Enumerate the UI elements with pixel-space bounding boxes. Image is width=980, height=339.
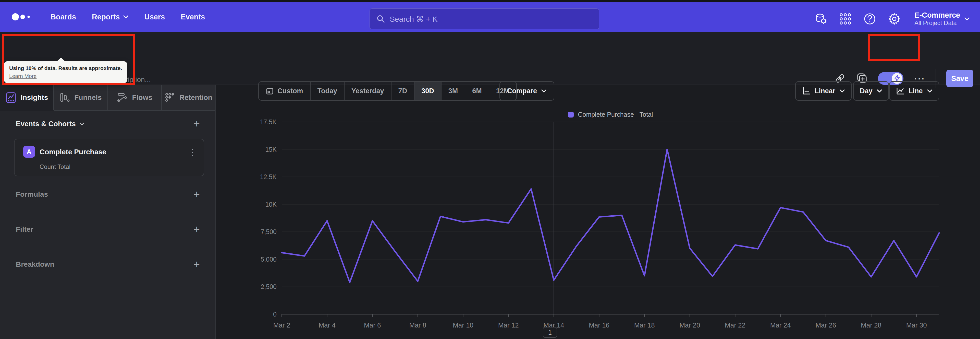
svg-text:Mar 24: Mar 24: [770, 321, 791, 329]
apps-grid-icon[interactable]: [839, 13, 852, 25]
formulas-header: Formulas: [16, 190, 48, 198]
search-input[interactable]: Search ⌘ + K: [369, 8, 599, 29]
breakdown-header: Breakdown: [16, 260, 54, 269]
svg-text:Mar 18: Mar 18: [634, 321, 655, 329]
kebab-menu-icon[interactable]: ⋮: [188, 147, 197, 157]
search-placeholder: Search ⌘ + K: [390, 14, 438, 24]
search-icon: [376, 14, 385, 23]
range-custom[interactable]: Custom: [259, 82, 310, 100]
event-name[interactable]: Complete Purchase: [40, 148, 106, 156]
nav-link-reports[interactable]: Reports: [92, 13, 129, 21]
svg-text:0: 0: [273, 311, 277, 318]
tab-funnels[interactable]: Funnels: [54, 85, 108, 110]
svg-text:Mar 4: Mar 4: [318, 321, 335, 329]
svg-text:5,000: 5,000: [261, 256, 277, 263]
chart-type-dropdown[interactable]: Line: [889, 81, 939, 101]
svg-text:Mar 16: Mar 16: [589, 321, 609, 329]
chevron-down-icon: [839, 89, 845, 93]
filter-header: Filter: [16, 225, 33, 233]
svg-text:Mar 28: Mar 28: [861, 321, 881, 329]
range-30d[interactable]: 30D: [414, 82, 442, 100]
tooltip-text: Using 10% of data. Results are approxima…: [9, 65, 122, 71]
tab-insights[interactable]: Insights: [0, 85, 54, 110]
svg-text:Mar 8: Mar 8: [409, 321, 426, 329]
chart-legend[interactable]: Complete Purchase - Total: [282, 111, 939, 118]
tab-flows[interactable]: Flows: [108, 85, 162, 110]
scale-dropdown[interactable]: Linear: [795, 81, 852, 101]
flows-icon: [117, 92, 128, 103]
nav-link-users[interactable]: Users: [145, 13, 165, 21]
sampling-tooltip: Using 10% of data. Results are approxima…: [4, 61, 127, 83]
range-today[interactable]: Today: [310, 82, 345, 100]
svg-text:Mar 6: Mar 6: [364, 321, 381, 329]
add-event-button[interactable]: +: [193, 120, 200, 128]
svg-text:Mar 22: Mar 22: [725, 321, 746, 329]
events-cohorts-header[interactable]: Events & Cohorts: [16, 120, 84, 128]
event-metric[interactable]: Count Total: [40, 163, 70, 170]
calendar-icon: [266, 87, 274, 95]
chevron-down-icon: [877, 89, 882, 93]
svg-text:Mar 20: Mar 20: [679, 321, 700, 329]
svg-text:Mar 10: Mar 10: [453, 321, 473, 329]
chevron-down-icon: [541, 89, 547, 93]
line-chart-icon: [896, 86, 904, 95]
svg-text:Mar 26: Mar 26: [815, 321, 836, 329]
range-3m[interactable]: 3M: [442, 82, 466, 100]
tab-retention[interactable]: Retention: [162, 85, 215, 110]
project-switcher[interactable]: E-Commerce All Project Data: [915, 11, 970, 27]
range-6m[interactable]: 6M: [465, 82, 489, 100]
svg-text:Mar 12: Mar 12: [498, 321, 519, 329]
svg-text:2,500: 2,500: [261, 283, 277, 290]
linear-axis-icon: [802, 86, 811, 95]
svg-text:12.5K: 12.5K: [260, 173, 277, 181]
project-scope: All Project Data: [915, 19, 960, 27]
legend-label: Complete Purchase - Total: [578, 111, 653, 118]
svg-text:7,500: 7,500: [261, 228, 277, 235]
tooltip-arrow: [57, 58, 65, 62]
data-pipeline-icon[interactable]: [815, 13, 827, 25]
mixpanel-logo-icon[interactable]: [11, 12, 35, 22]
settings-gear-icon[interactable]: [888, 13, 900, 25]
chevron-down-icon: [80, 122, 84, 126]
nav-link-boards[interactable]: Boards: [51, 13, 76, 21]
line-chart[interactable]: 02,5005,0007,50010K12.5K15K17.5KMar 2Mar…: [216, 104, 980, 339]
report-header: Untitled Sampled + Add description...: [0, 32, 980, 85]
save-button[interactable]: Save: [946, 70, 974, 87]
granularity-dropdown[interactable]: Day: [853, 81, 889, 101]
add-formula-button[interactable]: +: [193, 190, 200, 198]
top-nav: Boards Reports Users Events Search ⌘ + K: [0, 2, 980, 32]
pagination-page-1[interactable]: 1: [543, 327, 557, 338]
funnels-icon: [59, 92, 70, 103]
svg-text:10K: 10K: [266, 201, 277, 208]
range-7d[interactable]: 7D: [391, 82, 415, 100]
more-options-button[interactable]: ⋯: [914, 76, 925, 81]
add-breakdown-button[interactable]: +: [193, 261, 200, 268]
svg-text:15K: 15K: [266, 146, 277, 153]
event-row-complete-purchase[interactable]: A Complete Purchase ⋮ Count Total: [14, 139, 204, 176]
chart-area: Complete Purchase - Total 02,5005,0007,5…: [216, 104, 980, 339]
window-chrome-strip: [0, 0, 980, 2]
insights-icon: [5, 92, 17, 103]
range-yesterday[interactable]: Yesterday: [345, 82, 391, 100]
svg-text:Mar 30: Mar 30: [906, 321, 927, 329]
svg-text:Mar 2: Mar 2: [273, 321, 290, 329]
chevron-down-icon: [927, 89, 932, 93]
help-icon[interactable]: [863, 13, 876, 25]
series-badge-a: A: [23, 146, 35, 158]
add-filter-button[interactable]: +: [193, 225, 200, 233]
project-name: E-Commerce: [915, 11, 960, 19]
retention-icon: [165, 92, 175, 103]
svg-text:17.5K: 17.5K: [260, 118, 277, 125]
compare-button[interactable]: Compare: [500, 81, 554, 101]
chevron-down-icon: [964, 17, 970, 21]
nav-link-events[interactable]: Events: [181, 13, 205, 21]
report-tabs: Insights Funnels Flows: [0, 85, 215, 110]
chevron-down-icon: [123, 15, 129, 19]
lightning-bolt-icon: [894, 75, 900, 82]
date-range-segmented-control: Custom Today Yesterday 7D 30D 3M 6M 12M: [258, 81, 517, 101]
query-builder-sidebar: Insights Funnels Flows: [0, 85, 216, 339]
tooltip-learn-more-link[interactable]: Learn More: [9, 73, 37, 79]
legend-swatch: [568, 112, 574, 118]
